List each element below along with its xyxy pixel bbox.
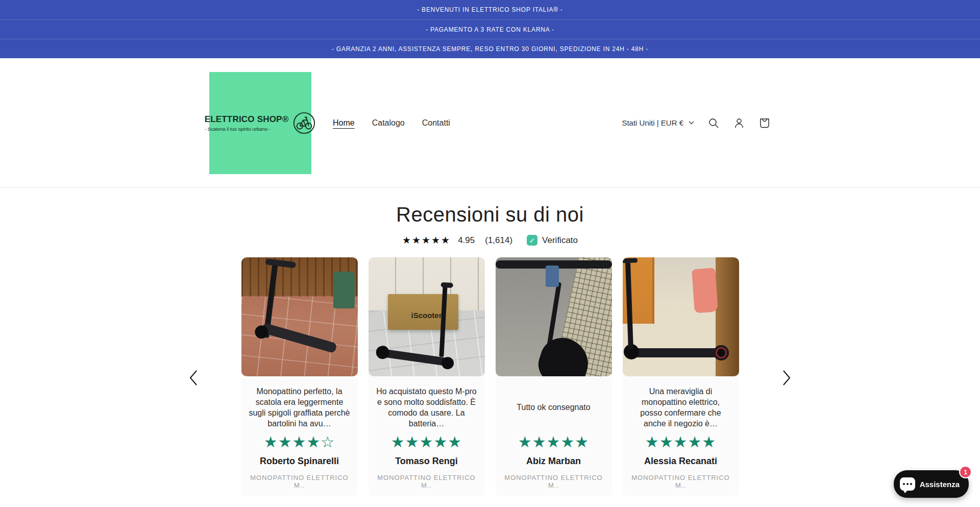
account-icon xyxy=(733,117,745,129)
carousel-prev-button[interactable] xyxy=(186,367,201,390)
review-photo xyxy=(496,257,612,376)
rating-value: 4.95 xyxy=(458,235,475,246)
chat-label: Assistenza xyxy=(920,480,960,489)
review-card[interactable]: Una meraviglia di monopattino elettrico,… xyxy=(623,257,739,496)
review-text: Una meraviglia di monopattino elettrico,… xyxy=(628,384,734,430)
nav-catalogo[interactable]: Catalogo xyxy=(372,118,405,128)
main-nav: Home Catalogo Contatti xyxy=(333,118,450,128)
review-cards-row: Monopattino perfetto, la scatola era leg… xyxy=(209,257,771,496)
chat-assistance-widget[interactable]: Assistenza 1 xyxy=(894,470,969,498)
store-logo[interactable]: ELETTRICO SHOP® - Scatena il tuo spirito… xyxy=(209,72,311,174)
review-card[interactable]: Monopattino perfetto, la scatola era leg… xyxy=(241,257,358,496)
review-text: Tutto ok consegnato xyxy=(501,384,607,430)
rating-count: (1,614) xyxy=(485,235,512,246)
product-name: MONOPATTINO ELETTRICO M.. xyxy=(374,474,480,489)
review-star-rating: ★★★★★ xyxy=(628,434,734,450)
account-button[interactable] xyxy=(733,117,745,129)
review-photo xyxy=(241,257,358,376)
review-star-rating: ★★★★★ xyxy=(501,434,607,450)
review-photo xyxy=(623,257,739,376)
product-name: MONOPATTINO ELETTRICO M.. xyxy=(501,474,607,489)
search-icon xyxy=(708,117,719,129)
announcement-text-3: - GARANZIA 2 ANNI, ASSISTENZA SEMPRE, RE… xyxy=(332,45,648,53)
reviewer-name: Roberto Spinarelli xyxy=(247,456,353,467)
bike-logo-icon xyxy=(292,111,316,135)
review-card[interactable]: Tutto ok consegnato ★★★★★ Abiz Marban MO… xyxy=(496,257,612,496)
site-header: ELETTRICO SHOP® - Scatena il tuo spirito… xyxy=(0,58,980,188)
review-text: Monopattino perfetto, la scatola era leg… xyxy=(247,384,353,430)
chevron-down-icon xyxy=(689,121,694,125)
review-card[interactable]: iScooter Ho acquistato questo M-pro e so… xyxy=(369,257,485,496)
verified-check-icon: ✓ xyxy=(527,235,537,246)
logo-subtitle: - Scatena il tuo spirito urbano - xyxy=(205,126,289,132)
overall-rating-stars: ★★★★★ xyxy=(402,234,451,246)
verified-label: Verificato xyxy=(542,235,578,246)
reviews-section: Recensioni su di noi ★★★★★ 4.95 (1,614) … xyxy=(0,188,980,496)
chevron-right-icon xyxy=(781,369,792,387)
announcement-text-2: - PAGAMENTO A 3 RATE CON KLARNA - xyxy=(426,26,554,33)
product-name: MONOPATTINO ELETTRICO M.. xyxy=(628,474,734,489)
search-button[interactable] xyxy=(707,117,720,129)
announcement-bar-1: - BENVENUTI IN ELETTRICO SHOP ITALIA® - xyxy=(0,0,980,19)
product-name: MONOPATTINO ELETTRICO M.. xyxy=(247,474,353,489)
review-star-rating: ★★★★★ xyxy=(374,434,480,450)
locale-selector[interactable]: Stati Uniti | EUR € xyxy=(622,118,694,127)
chat-bubble-icon xyxy=(900,477,915,491)
announcement-bar-2: - PAGAMENTO A 3 RATE CON KLARNA - xyxy=(0,19,980,39)
carousel-next-button[interactable] xyxy=(779,367,794,390)
overall-rating: ★★★★★ 4.95 (1,614) ✓ Verificato xyxy=(0,234,980,246)
cart-button[interactable] xyxy=(758,117,771,129)
review-text: Ho acquistato questo M-pro e sono molto … xyxy=(374,384,480,430)
review-photo: iScooter xyxy=(369,257,485,376)
reviewer-name: Abiz Marban xyxy=(501,456,607,467)
chat-unread-badge: 1 xyxy=(959,466,972,478)
chevron-left-icon xyxy=(188,369,199,387)
nav-home[interactable]: Home xyxy=(333,118,355,128)
review-star-rating: ★★★★☆ xyxy=(247,434,353,450)
verified-badge-wrap: ✓ Verificato xyxy=(527,235,578,246)
reviewer-name: Tomaso Rengi xyxy=(374,456,480,467)
announcement-bar-3: - GARANZIA 2 ANNI, ASSISTENZA SEMPRE, RE… xyxy=(0,39,980,58)
photo-label: iScooter xyxy=(369,311,485,320)
announcement-text-1: - BENVENUTI IN ELETTRICO SHOP ITALIA® - xyxy=(417,6,563,13)
cart-icon xyxy=(759,117,770,129)
reviews-carousel: Monopattino perfetto, la scatola era leg… xyxy=(209,257,771,496)
reviews-title: Recensioni su di noi xyxy=(0,203,980,226)
nav-contatti[interactable]: Contatti xyxy=(422,118,450,128)
logo-title: ELETTRICO SHOP® xyxy=(205,114,289,125)
reviewer-name: Alessia Recanati xyxy=(628,456,734,467)
locale-label: Stati Uniti | EUR € xyxy=(622,118,683,127)
